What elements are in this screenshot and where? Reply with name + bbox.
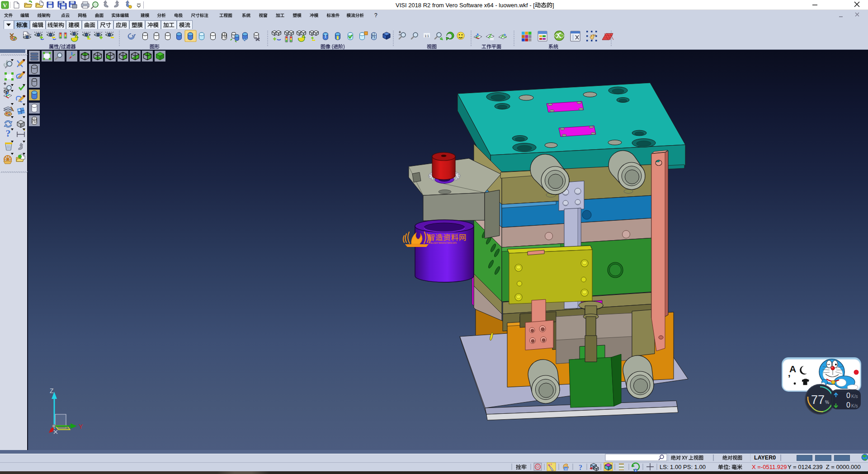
svg-text:?: ? xyxy=(579,464,582,471)
svg-text:VISI 2018 R2 from Vero Softwar: VISI 2018 R2 from Vero Software x64 - lu… xyxy=(396,2,535,9)
svg-text:]: ] xyxy=(552,2,554,9)
svg-text:?: ? xyxy=(6,128,11,139)
svg-text:1:1: 1:1 xyxy=(425,34,429,38)
svg-text:?: ? xyxy=(374,12,377,19)
svg-text:10: 10 xyxy=(564,468,567,470)
svg-text:LAYER0: LAYER0 xyxy=(754,455,776,461)
svg-text:V: V xyxy=(3,2,7,9)
